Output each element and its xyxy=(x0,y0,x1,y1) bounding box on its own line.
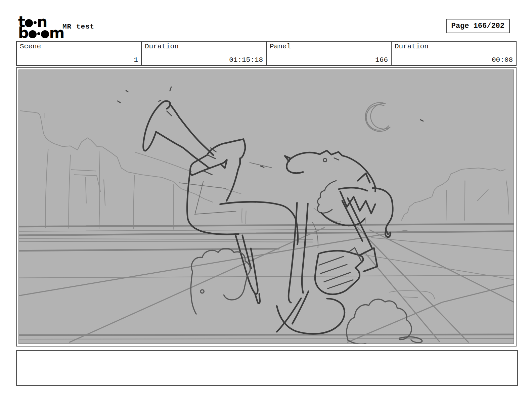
toonboom-logo: tn bm xyxy=(18,16,64,38)
info-cell-scene-duration: Duration 01:15:18 xyxy=(141,42,266,65)
page-indicator: Page 166/202 xyxy=(446,19,510,33)
logo-dot-icon xyxy=(37,32,40,35)
info-cell-scene: Scene 1 xyxy=(17,42,141,65)
panel-info-table: Scene 1 Duration 01:15:18 Panel 166 Dura… xyxy=(16,41,517,66)
project-title: MR test xyxy=(62,23,94,31)
logo-dot-icon xyxy=(34,21,37,24)
panel-duration-label: Duration xyxy=(395,43,513,50)
scene-duration-value: 01:15:18 xyxy=(145,56,263,64)
logo-row-2: bm xyxy=(18,27,64,38)
panel-label: Panel xyxy=(270,43,388,50)
info-cell-panel-duration: Duration 00:08 xyxy=(391,42,516,65)
storyboard-sketch-image xyxy=(18,70,514,344)
logo-disc-icon xyxy=(41,30,49,38)
storyboard-export-page: { "header": { "logo": { "t": "t", "n": "… xyxy=(0,0,532,411)
storyboard-panel-frame xyxy=(16,67,517,347)
info-cell-panel: Panel 166 xyxy=(266,42,391,65)
sketch-drawing xyxy=(19,70,514,344)
logo-disc-icon xyxy=(29,30,37,38)
caption-box xyxy=(16,350,518,386)
panel-value: 166 xyxy=(270,56,388,64)
scene-duration-label: Duration xyxy=(145,43,263,50)
scene-label: Scene xyxy=(20,43,138,50)
scene-value: 1 xyxy=(20,56,138,64)
panel-duration-value: 00:08 xyxy=(395,56,513,64)
